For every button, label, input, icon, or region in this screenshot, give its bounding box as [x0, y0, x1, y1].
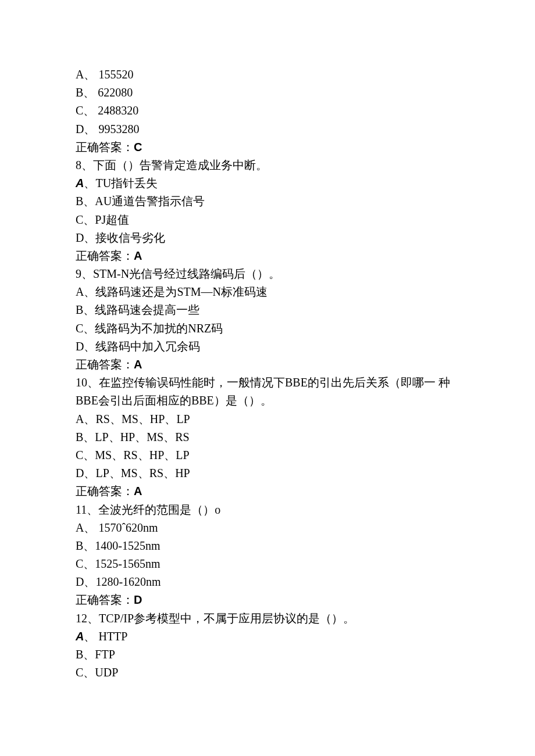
text: B、1400-1525nm [76, 539, 160, 552]
text: 、TU指针丢失 [84, 177, 158, 189]
answer-label: 正确答案： [76, 249, 134, 262]
text: B、AU通道告警指示信号 [76, 195, 205, 207]
text: C、MS、RS、HP、LP [76, 449, 190, 461]
answer-value: A [134, 358, 142, 371]
q10-answer: 正确答案：A [76, 482, 459, 500]
option-letter: A [76, 630, 84, 643]
answer-value: A [134, 485, 142, 497]
answer-label: 正确答案： [76, 593, 134, 606]
text: D、 9953280 [76, 123, 139, 135]
q9-option-b: B、线路码速会提高一些 [76, 301, 459, 319]
q12-stem: 12、TCP/IP参考模型中，不属于应用层协议的是（）。 [76, 610, 459, 628]
text: A、 1570ˆ620nm [76, 521, 158, 534]
text: 9、STM-N光信号经过线路编码后（）。 [76, 267, 280, 280]
text: C、1525-1565nm [76, 557, 160, 570]
text: C、线路码为不加扰的NRZ码 [76, 322, 223, 335]
q8-option-c: C、PJ超值 [76, 211, 459, 229]
text: A、 155520 [76, 68, 133, 81]
q9-option-a: A、线路码速还是为STM—N标准码速 [76, 283, 459, 301]
q10-option-b: B、LP、HP、MS、RS [76, 428, 459, 446]
q11-option-b: B、1400-1525nm [76, 537, 459, 555]
q10-option-a: A、RS、MS、HP、LP [76, 410, 459, 428]
q11-option-a: A、 1570ˆ620nm [76, 519, 459, 537]
answer-label: 正确答案： [76, 358, 134, 371]
q10-stem-line2: BBE会引出后面相应的BBE）是（）。 [76, 392, 459, 410]
text: A、RS、MS、HP、LP [76, 413, 190, 425]
q9-stem: 9、STM-N光信号经过线路编码后（）。 [76, 265, 459, 283]
q12-option-a: A、 HTTP [76, 628, 459, 646]
q7-option-d: D、 9953280 [76, 120, 459, 138]
text: B、LP、HP、MS、RS [76, 431, 190, 443]
text: 12、TCP/IP参考模型中，不属于应用层协议的是（）。 [76, 612, 355, 625]
answer-value: C [134, 141, 142, 153]
q8-option-b: B、AU通道告警指示信号 [76, 192, 459, 210]
text: B、线路码速会提高一些 [76, 303, 199, 316]
text: 8、下面（）告警肯定造成业务中断。 [76, 159, 268, 171]
q11-answer: 正确答案：D [76, 591, 459, 609]
text: 11、全波光纤的范围是（）o [76, 503, 220, 516]
text: A、线路码速还是为STM—N标准码速 [76, 285, 268, 298]
q8-answer: 正确答案：A [76, 247, 459, 265]
q7-option-c: C、 2488320 [76, 102, 459, 120]
answer-label: 正确答案： [76, 141, 134, 153]
q11-stem: 11、全波光纤的范围是（）o [76, 501, 459, 519]
text: BBE会引出后面相应的BBE）是（）。 [76, 394, 272, 407]
q7-option-b: B、 622080 [76, 84, 459, 102]
option-letter: A [76, 177, 84, 189]
q8-option-a: A、TU指针丢失 [76, 174, 459, 192]
q9-option-d: D、线路码中加入冗余码 [76, 338, 459, 356]
text: B、 622080 [76, 86, 133, 99]
q8-option-d: D、接收信号劣化 [76, 229, 459, 247]
text: C、UDP [76, 666, 118, 679]
q7-option-a: A、 155520 [76, 66, 459, 84]
text: C、 2488320 [76, 104, 138, 117]
q10-stem-line1: 10、在监控传输误码性能时，一般情况下BBE的引出先后关系（即哪一 种 [76, 374, 459, 392]
text: D、1280-1620nm [76, 575, 161, 588]
q7-answer: 正确答案：C [76, 138, 459, 156]
q11-option-c: C、1525-1565nm [76, 555, 459, 573]
text: D、接收信号劣化 [76, 231, 165, 244]
q9-option-c: C、线路码为不加扰的NRZ码 [76, 320, 459, 338]
document-page: A、 155520 B、 622080 C、 2488320 D、 995328… [0, 0, 535, 756]
q9-answer: 正确答案：A [76, 356, 459, 374]
q11-option-d: D、1280-1620nm [76, 573, 459, 591]
text: 、 HTTP [84, 630, 127, 643]
q12-option-b: B、FTP [76, 646, 459, 664]
answer-value: A [134, 249, 142, 262]
text: 10、在监控传输误码性能时，一般情况下BBE的引出先后关系（即哪一 种 [76, 376, 450, 389]
text: D、线路码中加入冗余码 [76, 340, 200, 353]
q10-option-d: D、LP、MS、RS、HP [76, 464, 459, 482]
text: C、PJ超值 [76, 213, 129, 226]
answer-label: 正确答案： [76, 485, 134, 497]
answer-value: D [134, 593, 142, 606]
text: D、LP、MS、RS、HP [76, 467, 190, 479]
q8-stem: 8、下面（）告警肯定造成业务中断。 [76, 156, 459, 174]
q10-option-c: C、MS、RS、HP、LP [76, 446, 459, 464]
text: B、FTP [76, 648, 115, 661]
q12-option-c: C、UDP [76, 664, 459, 682]
